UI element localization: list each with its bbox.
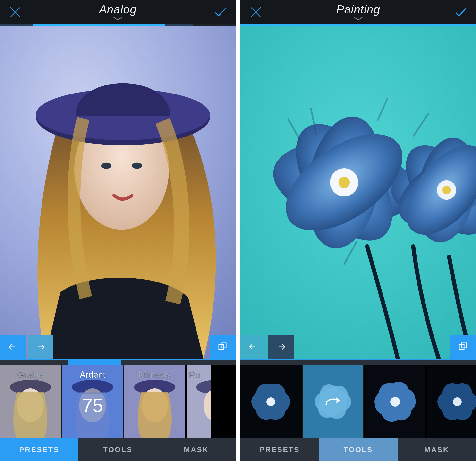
header-title: Analog <box>99 3 136 16</box>
preset-ardent[interactable]: Ardent 75 <box>62 365 123 438</box>
phone-left: Analog <box>0 0 236 461</box>
header-title-group[interactable]: Painting <box>336 3 380 22</box>
compare-button[interactable] <box>210 335 236 359</box>
svg-point-4 <box>101 163 111 169</box>
preset-carousel[interactable] <box>240 365 476 438</box>
bottom-tabs: PRESETS TOOLS MASK <box>240 438 476 461</box>
header: Analog <box>0 0 236 24</box>
svg-point-56 <box>453 397 462 406</box>
preset-item[interactable] <box>365 365 425 438</box>
svg-point-51 <box>390 397 400 407</box>
tab-presets[interactable]: PRESETS <box>240 438 319 461</box>
undo-button[interactable] <box>240 335 266 359</box>
preset-carousel[interactable]: Greige Ardent 75 Mimesis Ru <box>0 365 236 438</box>
carousel-indicator <box>0 359 236 365</box>
chevron-down-icon <box>353 17 363 22</box>
svg-point-27 <box>339 177 350 188</box>
header-title: Painting <box>336 3 380 16</box>
preset-label: Ardent <box>62 370 123 380</box>
carousel-indicator <box>240 359 476 365</box>
chevron-down-icon <box>113 17 123 22</box>
header: Painting <box>240 0 476 24</box>
canvas[interactable] <box>240 26 476 359</box>
preset-label: Ru <box>189 370 211 380</box>
redo-icon <box>303 365 363 438</box>
svg-point-5 <box>132 163 142 169</box>
preset-greige[interactable]: Greige <box>0 365 61 438</box>
progress-strip <box>240 24 476 26</box>
canvas-image <box>0 26 236 359</box>
compare-button[interactable] <box>450 335 476 359</box>
header-title-group[interactable]: Analog <box>99 3 136 22</box>
redo-button[interactable] <box>268 335 294 359</box>
canvas-action-row <box>240 335 476 359</box>
tab-mask[interactable]: MASK <box>398 438 476 461</box>
undo-button[interactable] <box>0 335 26 359</box>
preset-label: Mimesis <box>124 370 185 380</box>
preset-item[interactable] <box>240 365 301 438</box>
canvas-image <box>240 26 476 359</box>
preset-item[interactable] <box>427 365 476 438</box>
confirm-icon[interactable] <box>214 6 227 19</box>
tab-tools[interactable]: TOOLS <box>78 438 157 461</box>
tab-tools[interactable]: TOOLS <box>319 438 397 461</box>
preset-item[interactable] <box>303 365 363 438</box>
close-icon[interactable] <box>9 6 22 19</box>
preset-value: 75 <box>62 394 123 417</box>
confirm-icon[interactable] <box>454 6 467 19</box>
redo-button[interactable] <box>28 335 53 359</box>
bottom-tabs: PRESETS TOOLS MASK <box>0 438 236 461</box>
progress-strip <box>0 24 236 26</box>
close-icon[interactable] <box>249 6 262 19</box>
svg-point-34 <box>442 186 451 194</box>
preset-label: Greige <box>0 370 61 380</box>
preset-mimesis[interactable]: Mimesis <box>124 365 185 438</box>
tab-presets[interactable]: PRESETS <box>0 438 78 461</box>
phone-right: Painting <box>240 0 476 461</box>
svg-point-41 <box>266 397 275 406</box>
tab-mask[interactable]: MASK <box>157 438 236 461</box>
canvas[interactable] <box>0 26 236 359</box>
preset-ru[interactable]: Ru <box>187 365 211 438</box>
canvas-action-row <box>0 335 236 359</box>
